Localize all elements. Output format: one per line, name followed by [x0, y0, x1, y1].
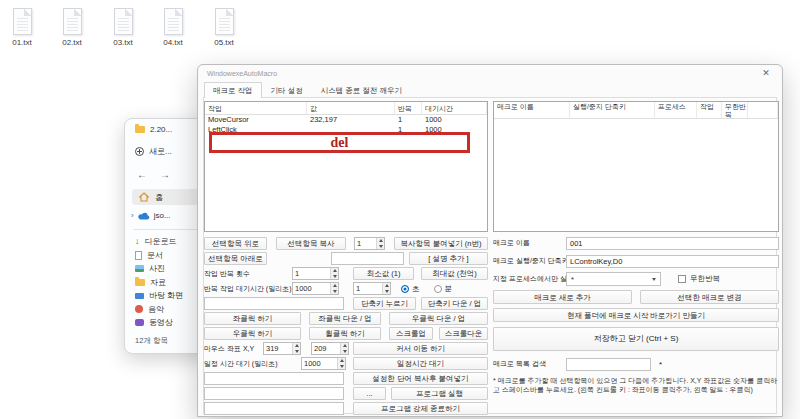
- infinite-repeat-checkbox[interactable]: [678, 275, 686, 283]
- chevron-down-icon: [652, 278, 656, 281]
- move-down-button[interactable]: 선택항목 아래로: [204, 252, 267, 265]
- copy-paste-word-button[interactable]: 설정한 단어 복사후 붙여넣기: [353, 372, 488, 385]
- macro-hotkey-label: 매크로 실행/중지 단축키: [493, 256, 566, 266]
- kill-program-button[interactable]: 프로그램 강제 종료하기: [353, 402, 488, 415]
- radio-seconds[interactable]: 초: [401, 282, 420, 295]
- action-list: 작업 값 반복 대기시간 MoveCursor 232,197 1 1000 L…: [204, 101, 488, 232]
- desktop-file[interactable]: 01.txt: [0, 8, 44, 47]
- move-up-button[interactable]: 선택항목 위로: [204, 237, 267, 250]
- spinner-up-icon[interactable]: [295, 344, 299, 347]
- scroll-down-button[interactable]: 스크롤다운: [439, 327, 488, 340]
- text-file-icon: [114, 8, 133, 35]
- kill-program-input[interactable]: [204, 402, 344, 415]
- spinner-down-icon[interactable]: [385, 290, 389, 293]
- annotation-del-box: del: [209, 132, 470, 153]
- tab-other-settings[interactable]: 기타 설정: [262, 82, 312, 98]
- left-updown-button[interactable]: 좌클릭 다운 / 업: [309, 312, 381, 325]
- add-description-button[interactable]: [ 설명 추가 ]: [409, 252, 488, 265]
- folder-icon: [135, 279, 145, 286]
- run-program-button[interactable]: 프로그램 실행: [391, 387, 488, 400]
- spinner-down-icon[interactable]: [333, 275, 337, 278]
- spinner-up-icon[interactable]: [340, 359, 344, 362]
- paste-items-button[interactable]: 복사항목 붙여넣기 (n번): [394, 237, 488, 250]
- new-item-button[interactable]: 새로...: [135, 146, 172, 157]
- mouse-x-stepper[interactable]: 319: [263, 342, 301, 355]
- automacro-window: WindowexeAutoMacro ✕ 매크로 작업 기타 설정 시스템 종료…: [197, 64, 783, 417]
- process-select[interactable]: *: [566, 272, 661, 286]
- wait-delay-button[interactable]: 일정시간 대기: [353, 357, 488, 370]
- copy-count-stepper[interactable]: 1: [354, 237, 385, 250]
- spinner-up-icon[interactable]: [385, 284, 389, 287]
- word-input[interactable]: [204, 372, 344, 385]
- cloud-icon: [138, 212, 150, 220]
- radio-selected-icon: [401, 285, 409, 293]
- sidebar-item-onedrive[interactable]: › jso...: [131, 211, 171, 220]
- text-file-icon: [63, 8, 82, 35]
- spinner-up-icon[interactable]: [333, 269, 337, 272]
- browse-button[interactable]: ...: [353, 387, 386, 400]
- tab-macro-work[interactable]: 매크로 작업: [204, 82, 262, 98]
- add-macro-button[interactable]: 매크로 새로 추가: [493, 290, 632, 304]
- program-path-input[interactable]: [204, 387, 344, 400]
- scroll-up-button[interactable]: 스크롤업: [389, 327, 433, 340]
- spinner-down-icon[interactable]: [379, 245, 383, 248]
- forward-icon[interactable]: →: [160, 169, 170, 180]
- spinner-up-icon[interactable]: [333, 284, 337, 287]
- wait-unit-stepper[interactable]: 1: [353, 282, 391, 295]
- repeat-count-label: 작업 반복 횟수: [204, 267, 292, 280]
- tab-system-shutdown[interactable]: 시스템 종료 절전 깨우기: [312, 82, 411, 98]
- right-click-button[interactable]: 우클릭 하기: [204, 327, 301, 340]
- change-macro-button[interactable]: 선택한 매크로 변경: [640, 290, 779, 304]
- desktop-file[interactable]: 03.txt: [101, 8, 145, 47]
- spinner-down-icon[interactable]: [340, 365, 344, 368]
- hotkey-updown-button[interactable]: 단축키 다운 / 업: [421, 297, 488, 310]
- macro-name-label: 매크로 이름: [493, 238, 566, 248]
- text-file-icon: [215, 8, 234, 35]
- window-title: WindowexeAutoMacro: [207, 70, 277, 77]
- mouse-y-stepper[interactable]: 209: [311, 342, 349, 355]
- wait-time-label: 반복 작업 대기시간 (밀리초): [204, 282, 292, 295]
- description-input[interactable]: [331, 252, 404, 265]
- macro-hotkey-input[interactable]: [566, 255, 779, 268]
- wheel-click-button[interactable]: 휠클릭 하기: [309, 327, 381, 340]
- right-updown-button[interactable]: 우클릭 다운 / 업: [389, 312, 488, 325]
- copy-button[interactable]: 선택항목 복사: [276, 237, 346, 250]
- delay-stepper[interactable]: 1000: [301, 357, 346, 370]
- spinner-down-icon[interactable]: [333, 290, 337, 293]
- left-click-button[interactable]: 좌클릭 하기: [204, 312, 301, 325]
- desktop: 01.txt 02.txt 03.txt 04.txt 05.txt 2.20.…: [0, 0, 800, 419]
- spinner-up-icon[interactable]: [343, 344, 347, 347]
- max-value-button[interactable]: 최대값 (천억): [421, 267, 488, 280]
- close-icon[interactable]: ✕: [759, 68, 773, 78]
- macro-search-input[interactable]: [566, 358, 651, 371]
- save-close-button[interactable]: 저장하고 닫기 (Ctrl + S): [493, 327, 779, 351]
- music-icon: [135, 305, 143, 313]
- hotkey-input[interactable]: [204, 297, 344, 310]
- macro-name-input[interactable]: [566, 237, 779, 250]
- cursor-move-button[interactable]: 커서 이동 하기: [353, 342, 488, 355]
- press-hotkey-button[interactable]: 단축키 누르기: [353, 297, 416, 310]
- search-wildcard: *: [659, 360, 662, 369]
- radio-minutes[interactable]: 분: [434, 282, 453, 295]
- mouse-xy-label: 마우스 좌표 X,Y: [204, 342, 263, 355]
- repeat-count-stepper[interactable]: 1: [292, 267, 339, 280]
- wait-time-stepper[interactable]: 1000: [292, 282, 339, 295]
- home-icon: [139, 192, 149, 202]
- explorer-tab[interactable]: 2.20...: [135, 125, 172, 134]
- action-list-header: 작업 값 반복 대기시간: [205, 102, 487, 115]
- file-label: 05.txt: [202, 38, 246, 47]
- downloads-icon: ↓: [135, 237, 140, 246]
- text-file-icon: [13, 8, 32, 35]
- spinner-down-icon[interactable]: [343, 350, 347, 353]
- plus-circle-icon: [135, 147, 144, 156]
- min-value-button[interactable]: 최소값 (1): [353, 267, 414, 280]
- back-icon[interactable]: ←: [137, 169, 147, 180]
- spinner-up-icon[interactable]: [379, 239, 383, 242]
- desktop-file[interactable]: 05.txt: [202, 8, 246, 47]
- macro-list[interactable]: 매크로 이름 실행/중지 단축키 프로세스 작업 무한반복: [493, 101, 779, 232]
- action-row[interactable]: MoveCursor 232,197 1 1000: [205, 115, 487, 125]
- spinner-down-icon[interactable]: [295, 350, 299, 353]
- desktop-file[interactable]: 02.txt: [50, 8, 94, 47]
- create-shortcut-button[interactable]: 현재 폴더에 매크로 시작 바로가기 만들기: [493, 308, 779, 322]
- desktop-file[interactable]: 04.txt: [151, 8, 195, 47]
